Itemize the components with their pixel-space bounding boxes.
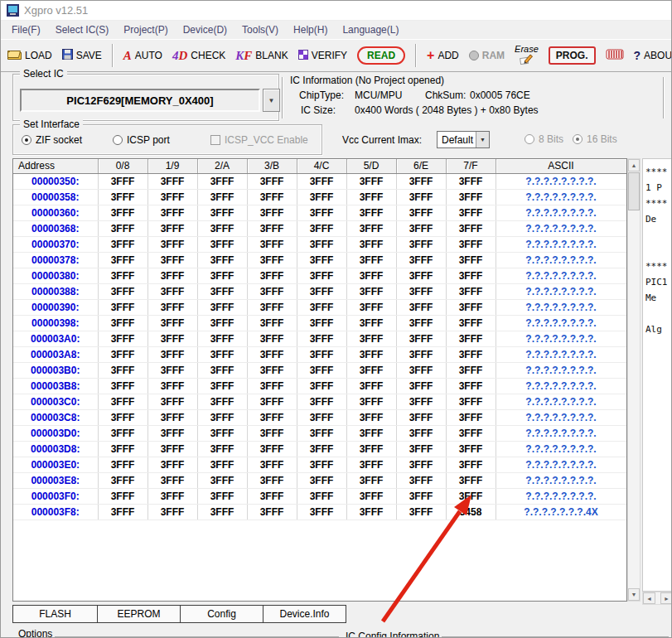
- hex-ascii[interactable]: ?.?.?.?.?.?.?.?.: [496, 283, 626, 299]
- hex-cell[interactable]: 3FFF: [297, 315, 346, 331]
- hex-cell[interactable]: 3FFF: [446, 362, 496, 378]
- hex-cell[interactable]: 3FFF: [147, 315, 197, 331]
- hex-cell[interactable]: 3FFF: [446, 409, 496, 425]
- menu-item-language[interactable]: Language(L): [335, 22, 406, 37]
- hex-cell[interactable]: 3FFF: [297, 488, 346, 504]
- hex-ascii[interactable]: ?.?.?.?.?.?.?.?.: [496, 173, 626, 189]
- hex-cell[interactable]: 3FFF: [297, 299, 346, 315]
- hex-cell[interactable]: 3FFF: [446, 457, 496, 472]
- hex-cell[interactable]: 3FFF: [247, 205, 297, 220]
- hex-cell[interactable]: 3FFF: [98, 283, 147, 299]
- save-button[interactable]: SAVE: [62, 49, 102, 62]
- hex-cell[interactable]: 3FFF: [297, 425, 346, 441]
- hex-cell[interactable]: 3FFF: [297, 331, 346, 346]
- hex-ascii[interactable]: ?.?.?.?.?.?.?.?.: [496, 488, 626, 504]
- hex-cell[interactable]: 3FFF: [247, 362, 297, 378]
- hex-cell[interactable]: 3FFF: [297, 205, 346, 220]
- hex-cell[interactable]: 3FFF: [197, 205, 247, 220]
- vertical-scrollbar[interactable]: ▲ ▼: [627, 158, 641, 602]
- hex-cell[interactable]: 3FFF: [346, 331, 396, 346]
- hex-ascii[interactable]: ?.?.?.?.?.?.?.?.: [496, 268, 626, 283]
- hex-cell[interactable]: 3FFF: [247, 425, 297, 441]
- hex-cell[interactable]: 3FFF: [446, 205, 496, 220]
- hex-cell[interactable]: 3FFF: [98, 394, 147, 409]
- hex-cell[interactable]: 3FFF: [297, 457, 346, 472]
- hex-cell[interactable]: 3FFF: [396, 394, 446, 409]
- hex-address[interactable]: 000003C8:: [13, 409, 98, 425]
- hex-cell[interactable]: 3FFF: [197, 441, 247, 457]
- hex-cell[interactable]: 3FFF: [197, 394, 247, 409]
- menu-item-project[interactable]: Project(P): [116, 22, 175, 37]
- hex-cell[interactable]: 3FFF: [197, 409, 247, 425]
- hex-cell[interactable]: 3FFF: [247, 331, 297, 346]
- hex-cell[interactable]: 3FFF: [197, 173, 247, 189]
- hex-cell[interactable]: 3FFF: [396, 362, 446, 378]
- read-button[interactable]: READ: [357, 46, 405, 65]
- scrollbar-thumb[interactable]: [628, 172, 640, 210]
- hex-cell[interactable]: 3FFF: [197, 488, 247, 504]
- hex-cell[interactable]: 3FFF: [247, 268, 297, 283]
- hex-cell[interactable]: 3FFF: [396, 252, 446, 268]
- hex-cell[interactable]: 3FFF: [297, 268, 346, 283]
- hex-cell[interactable]: 3FFF: [396, 488, 446, 504]
- hex-address[interactable]: 000003E8:: [13, 472, 98, 488]
- hex-ascii[interactable]: ?.?.?.?.?.?.?.?.: [496, 362, 626, 378]
- hex-cell[interactable]: 3FFF: [396, 346, 446, 362]
- hex-cell[interactable]: 3FFF: [346, 252, 396, 268]
- hex-cell[interactable]: 3FFF: [297, 346, 346, 362]
- hex-cell[interactable]: 3FFF: [247, 409, 297, 425]
- hex-address[interactable]: 000003F0:: [13, 488, 98, 504]
- hex-cell[interactable]: 3FFF: [297, 283, 346, 299]
- hex-cell[interactable]: 3FFF: [98, 346, 147, 362]
- hex-cell[interactable]: 3FFF: [396, 457, 446, 472]
- hex-cell[interactable]: 3FFF: [446, 189, 496, 205]
- hex-cell[interactable]: 3FFF: [147, 378, 197, 394]
- hex-cell[interactable]: 3FFF: [147, 189, 197, 205]
- hex-address[interactable]: 00000398:: [13, 315, 98, 331]
- hex-cell[interactable]: 3FFF: [297, 504, 346, 520]
- hex-cell[interactable]: 3FFF: [396, 409, 446, 425]
- hex-cell[interactable]: 3FFF: [396, 236, 446, 252]
- zif-socket-radio[interactable]: ZIF socket: [22, 134, 82, 146]
- hex-cell[interactable]: 3FFF: [446, 394, 496, 409]
- hex-cell[interactable]: 3FFF: [197, 331, 247, 346]
- hex-cell[interactable]: 3FFF: [147, 173, 197, 189]
- hex-address[interactable]: 000003D0:: [13, 425, 98, 441]
- hex-cell[interactable]: 3FFF: [197, 425, 247, 441]
- hex-cell[interactable]: 3FFF: [346, 283, 396, 299]
- about-button[interactable]: ? ABOUT: [634, 49, 672, 62]
- hex-cell[interactable]: 3FFF: [446, 252, 496, 268]
- hex-cell[interactable]: 3FFF: [346, 299, 396, 315]
- hex-cell[interactable]: 3FFF: [147, 488, 197, 504]
- blank-button[interactable]: KF BLANK: [235, 50, 288, 61]
- hex-ascii[interactable]: ?.?.?.?.?.?.?.?.: [496, 189, 626, 205]
- hex-cell[interactable]: 3FFF: [147, 362, 197, 378]
- hex-cell[interactable]: 3FFF: [396, 205, 446, 220]
- hex-cell[interactable]: 3FFF: [147, 283, 197, 299]
- hex-cell[interactable]: 3FFF: [346, 268, 396, 283]
- menu-item-device[interactable]: Device(D): [176, 22, 234, 37]
- hex-cell[interactable]: 3FFF: [197, 236, 247, 252]
- hex-cell[interactable]: 3FFF: [197, 299, 247, 315]
- hex-cell[interactable]: 3FFF: [247, 173, 297, 189]
- hex-cell[interactable]: 3FFF: [98, 205, 147, 220]
- hex-cell[interactable]: 3FFF: [247, 252, 297, 268]
- menu-item-file[interactable]: File(F): [4, 22, 48, 37]
- hex-cell[interactable]: 3FFF: [346, 488, 396, 504]
- hex-cell[interactable]: 3FFF: [147, 220, 197, 236]
- ic-select-combobox[interactable]: PIC12F629[MEMORY_0X400]: [20, 89, 260, 112]
- hex-cell[interactable]: 3FFF: [396, 173, 446, 189]
- hex-ascii[interactable]: ?.?.?.?.?.?.?.?.: [496, 346, 626, 362]
- hex-cell[interactable]: 3FFF: [396, 331, 446, 346]
- hex-cell[interactable]: 3FFF: [98, 362, 147, 378]
- hex-cell[interactable]: 3FFF: [346, 189, 396, 205]
- hex-cell[interactable]: 3FFF: [147, 346, 197, 362]
- hex-cell[interactable]: 3FFF: [346, 378, 396, 394]
- hex-address[interactable]: 000003B8:: [13, 378, 98, 394]
- hex-ascii[interactable]: ?.?.?.?.?.?.?.?.: [496, 252, 626, 268]
- hex-cell[interactable]: 3FFF: [446, 331, 496, 346]
- hex-cell[interactable]: 3FFF: [247, 488, 297, 504]
- hex-cell[interactable]: 3FFF: [396, 268, 446, 283]
- hex-ascii[interactable]: ?.?.?.?.?.?.?.?.: [496, 409, 626, 425]
- tab-eeprom[interactable]: EEPROM: [97, 605, 181, 623]
